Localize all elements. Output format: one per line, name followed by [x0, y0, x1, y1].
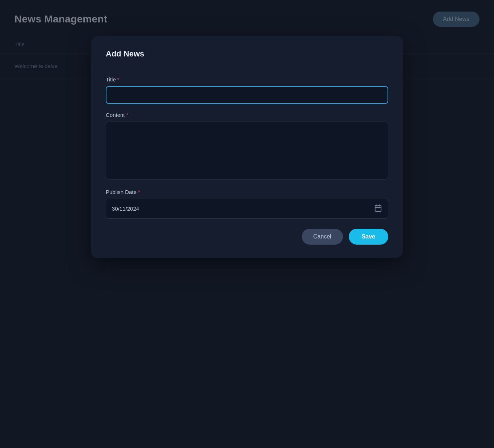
calendar-icon	[374, 204, 382, 213]
modal-overlay: Add News Title * Content * Publish Date …	[0, 0, 494, 448]
content-label: Content *	[106, 112, 388, 118]
publish-date-required-star: *	[138, 189, 140, 195]
add-news-modal: Add News Title * Content * Publish Date …	[91, 36, 403, 258]
date-value: 30/11/2024	[112, 206, 139, 212]
publish-date-label: Publish Date *	[106, 189, 388, 195]
title-required-star: *	[117, 76, 120, 83]
content-required-star: *	[126, 112, 129, 118]
title-input[interactable]	[106, 86, 388, 104]
title-label: Title *	[106, 76, 388, 83]
content-field-group: Content *	[106, 112, 388, 181]
content-textarea[interactable]	[106, 122, 388, 179]
cancel-button[interactable]: Cancel	[302, 229, 343, 245]
publish-date-input[interactable]: 30/11/2024	[106, 199, 388, 219]
publish-date-field-group: Publish Date * 30/11/2024	[106, 189, 388, 219]
modal-title: Add News	[106, 49, 388, 66]
modal-footer: Cancel Save	[106, 229, 388, 245]
svg-rect-0	[375, 206, 381, 212]
title-field-group: Title *	[106, 76, 388, 104]
save-button[interactable]: Save	[349, 229, 388, 245]
